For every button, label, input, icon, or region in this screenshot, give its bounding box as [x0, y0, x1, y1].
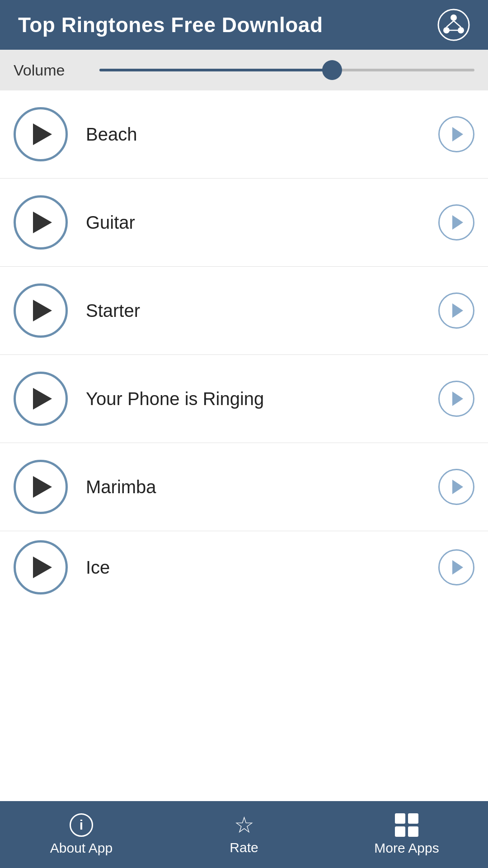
- detail-button-marimba[interactable]: [438, 469, 474, 505]
- volume-fill: [99, 69, 332, 71]
- detail-button-your-phone[interactable]: [438, 381, 474, 417]
- ringtone-item: Beach: [0, 90, 488, 179]
- play-icon: [33, 212, 52, 233]
- settings-icon[interactable]: [437, 9, 470, 41]
- play-icon: [33, 123, 52, 145]
- chevron-right-icon: [452, 215, 463, 230]
- ringtone-name-beach: Beach: [86, 124, 438, 145]
- play-button-guitar[interactable]: [14, 195, 68, 250]
- play-button-starter[interactable]: [14, 283, 68, 338]
- volume-thumb[interactable]: [322, 60, 342, 80]
- detail-button-starter[interactable]: [438, 292, 474, 329]
- play-button-ice[interactable]: [14, 540, 68, 594]
- play-button-marimba[interactable]: [14, 460, 68, 514]
- ringtone-name-marimba: Marimba: [86, 477, 438, 497]
- star-icon: ☆: [234, 814, 254, 836]
- nav-item-about[interactable]: i About App: [0, 801, 163, 868]
- detail-button-beach[interactable]: [438, 116, 474, 152]
- info-icon: i: [70, 813, 93, 837]
- app-header: Top Ringtones Free Download: [0, 0, 488, 50]
- play-icon: [33, 388, 52, 410]
- detail-button-guitar[interactable]: [438, 204, 474, 241]
- svg-line-5: [454, 21, 461, 27]
- nav-label-rate: Rate: [230, 840, 258, 855]
- nav-label-more: More Apps: [374, 840, 439, 856]
- play-icon: [33, 476, 52, 498]
- grid-icon: [395, 813, 418, 837]
- ringtone-name-guitar: Guitar: [86, 212, 438, 233]
- svg-point-1: [450, 14, 457, 21]
- ringtone-item: Starter: [0, 267, 488, 355]
- svg-point-0: [438, 9, 469, 40]
- ringtone-item: Marimba: [0, 443, 488, 531]
- volume-label: Volume: [14, 61, 86, 79]
- ringtone-item: Your Phone is Ringing: [0, 355, 488, 443]
- chevron-right-icon: [452, 392, 463, 406]
- ringtone-item-partial: Ice: [0, 531, 488, 604]
- chevron-right-icon: [452, 127, 463, 142]
- app-title: Top Ringtones Free Download: [18, 13, 323, 37]
- play-icon: [33, 557, 52, 578]
- bottom-nav: i About App ☆ Rate More Apps: [0, 801, 488, 868]
- chevron-right-icon: [452, 560, 463, 575]
- nav-label-about: About App: [50, 840, 113, 856]
- nav-item-rate[interactable]: ☆ Rate: [163, 801, 325, 868]
- volume-bar: Volume: [0, 50, 488, 90]
- ringtone-item: Guitar: [0, 179, 488, 267]
- ringtone-name-starter: Starter: [86, 301, 438, 321]
- nav-item-more-apps[interactable]: More Apps: [325, 801, 488, 868]
- ringtone-name-ice: Ice: [86, 557, 438, 578]
- play-icon: [33, 300, 52, 321]
- play-button-beach[interactable]: [14, 107, 68, 161]
- svg-line-4: [446, 21, 454, 27]
- ringtone-list: Beach Guitar Starter Your Phone is Ringi…: [0, 90, 488, 801]
- play-button-your-phone[interactable]: [14, 372, 68, 426]
- chevron-right-icon: [452, 480, 463, 494]
- chevron-right-icon: [452, 303, 463, 318]
- ringtone-name-your-phone: Your Phone is Ringing: [86, 389, 438, 409]
- volume-slider[interactable]: [99, 68, 474, 72]
- detail-button-ice[interactable]: [438, 549, 474, 585]
